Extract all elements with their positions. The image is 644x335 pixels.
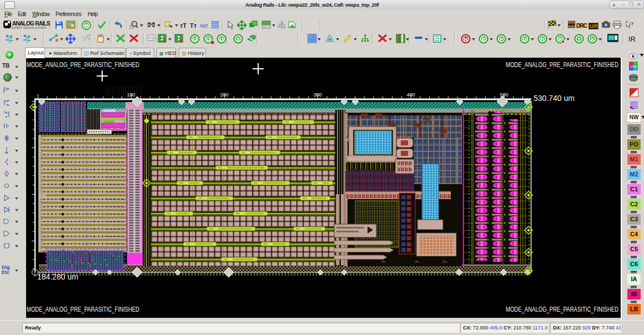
svg-text:500: 500 [500,92,508,98]
svg-text:100: 100 [39,193,47,198]
svg-text:?: ? [631,21,633,27]
svg-text:100: 100 [127,92,135,98]
svg-text:MODE_ANALOG_PRE_PARASITIC_FINI: MODE_ANALOG_PRE_PARASITIC_FINISHED [27,61,139,69]
svg-text:184.280 um: 184.280 um [37,272,78,281]
svg-text:400: 400 [406,92,415,98]
svg-text:S: S [237,36,240,42]
svg-text:P+: P+ [443,260,447,263]
svg-text:B: B [482,36,486,42]
svg-text:200: 200 [220,92,228,98]
svg-text:M: M [84,23,88,28]
svg-text:300: 300 [313,92,321,98]
svg-text:T: T [577,36,581,42]
svg-text:O: O [219,36,223,42]
svg-text:D: D [523,36,527,42]
svg-text:R: R [541,36,545,42]
svg-text:X: X [591,36,595,42]
svg-text:MODE_ANALOG_PRE_PARASITIC_FINI: MODE_ANALOG_PRE_PARASITIC_FINISHED [506,61,618,69]
svg-text:P: P [500,36,504,42]
svg-text:530.740 um: 530.740 um [534,94,575,103]
svg-text:N: N [464,36,468,42]
svg-text:P+: P+ [415,260,420,263]
svg-text:P+: P+ [382,260,386,263]
svg-text:MODE_ANALOG_PRE_PARASITIC_FINI: MODE_ANALOG_PRE_PARASITIC_FINISHED [27,306,139,313]
svg-text:LSW: LSW [631,65,637,68]
svg-text:O: O [193,36,197,42]
svg-text:MODE_ANALOG_PRE_PARASITIC_FINI: MODE_ANALOG_PRE_PARASITIC_FINISHED [506,306,618,313]
